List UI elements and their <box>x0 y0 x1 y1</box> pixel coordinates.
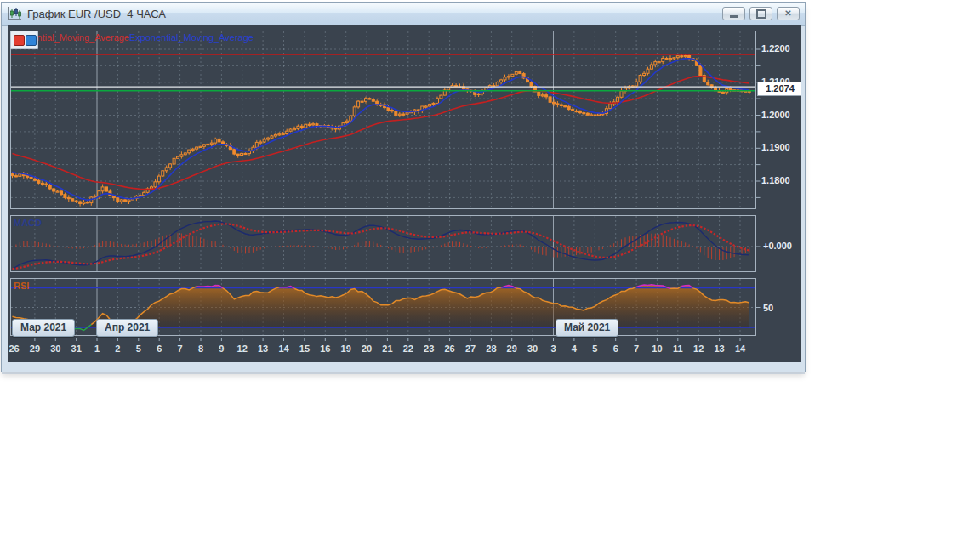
close-icon: ✕ <box>784 9 791 18</box>
chart-client-area: Exponential_Moving_Average Exponential_M… <box>8 25 801 362</box>
window-title: График EUR /USD 4 ЧАСА <box>27 8 166 20</box>
titlebar[interactable]: График EUR /USD 4 ЧАСА ✕ <box>2 3 805 26</box>
candlestick-chart-icon <box>7 6 22 21</box>
minimize-button[interactable] <box>722 7 745 20</box>
window-controls: ✕ <box>718 7 800 20</box>
macd-panel-content <box>13 221 749 269</box>
chart-window: График EUR /USD 4 ЧАСА ✕ Exponential_Mov… <box>2 3 805 372</box>
maximize-button[interactable] <box>749 7 772 20</box>
desktop: График EUR /USD 4 ЧАСА ✕ Exponential_Mov… <box>0 0 980 551</box>
chart-canvas[interactable] <box>8 25 801 362</box>
restore-icon <box>756 9 766 19</box>
ema-slow-line <box>13 77 749 190</box>
main-panel-border <box>11 31 756 209</box>
minimize-icon <box>730 15 738 18</box>
close-button[interactable]: ✕ <box>777 7 800 20</box>
candlesticks <box>11 54 750 206</box>
